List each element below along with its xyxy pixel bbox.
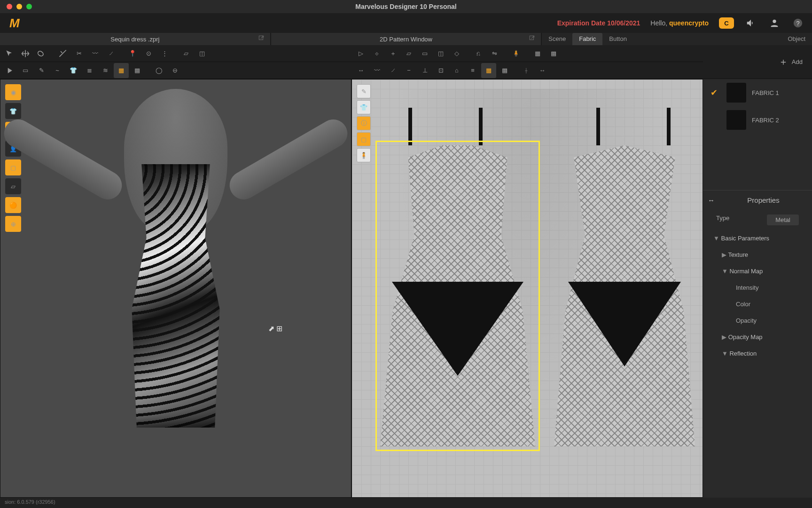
lasso-tool-icon[interactable] xyxy=(34,46,49,61)
section-normal-map[interactable]: Normal Map xyxy=(703,263,812,279)
texture-2d-icon[interactable]: ▦ xyxy=(481,63,496,78)
fabric-swatch[interactable] xyxy=(726,110,746,130)
show-internal-icon[interactable]: ▢ xyxy=(5,159,21,175)
checker-tool-icon[interactable]: ▩ xyxy=(130,63,145,78)
volume-icon[interactable] xyxy=(744,16,757,30)
tack-tool-icon[interactable]: ⊙ xyxy=(141,46,156,61)
show-basting-icon[interactable]: ▱ xyxy=(5,178,21,194)
segment-sewing-icon[interactable]: ✂ xyxy=(71,46,86,61)
internal-polygon-icon[interactable]: ◫ xyxy=(433,46,448,61)
iron-icon[interactable]: ⌂ xyxy=(449,63,464,78)
fabric-list-item[interactable]: ✔ FABRIC 1 xyxy=(703,79,812,106)
zoom-window-button[interactable] xyxy=(26,4,32,9)
viewport-3d-tab[interactable]: Sequin dress .zprj xyxy=(0,33,271,45)
toolbar-2d-row1: ▷ ⟐ ＋ ▱ ▭ ◫ ◇ ⎌ ⇋ 🧍 ▦ ▩ xyxy=(351,45,703,62)
pattern-display-icon[interactable]: ▢ xyxy=(357,132,371,146)
type-dropdown[interactable]: Metal xyxy=(767,214,799,225)
section-opacity-map[interactable]: Opacity Map xyxy=(703,329,812,345)
steam-tool-icon[interactable]: ≋ xyxy=(98,63,113,78)
strap-pattern[interactable] xyxy=(479,108,483,145)
buttonhole-tool-icon[interactable]: ⊖ xyxy=(167,63,182,78)
viewport-3d-sidebar: ◉ 👕 ✦ 👤 ▢ ▱ 🟠 ⊕ xyxy=(5,84,21,232)
avatar-silhouette-icon[interactable]: 🧍 xyxy=(357,148,371,162)
layer-tool-icon[interactable]: ≣ xyxy=(82,63,97,78)
rectangle-tool-icon[interactable]: ▭ xyxy=(417,46,432,61)
popout-icon[interactable] xyxy=(529,35,535,43)
section-basic-parameters[interactable]: Basic Parameters xyxy=(703,230,812,246)
fabric-swatch[interactable] xyxy=(726,83,746,103)
add-fabric-button[interactable]: Add xyxy=(792,58,803,65)
garment-tool-icon[interactable]: 👕 xyxy=(66,63,81,78)
strap-pattern[interactable] xyxy=(596,108,600,145)
sewing-tool-icon[interactable] xyxy=(55,46,70,61)
dart-tool-icon[interactable]: ◇ xyxy=(449,46,464,61)
button-tool-icon[interactable]: ◯ xyxy=(151,63,166,78)
edit-texture-2d-icon[interactable]: ✎ xyxy=(357,84,371,98)
avatar-2d-icon[interactable]: 🧍 xyxy=(508,46,523,61)
user-icon[interactable] xyxy=(768,16,781,30)
checker-2d-icon[interactable]: ▩ xyxy=(497,63,512,78)
grid2-tool-icon[interactable]: ▩ xyxy=(546,46,561,61)
garment-display-icon[interactable]: 👕 xyxy=(5,103,21,119)
info-icon[interactable]: ⓘ xyxy=(357,116,371,130)
viewport-2d[interactable]: ✎ 👕 ⓘ ▢ 🧍 xyxy=(351,79,703,498)
select-tool-icon[interactable] xyxy=(2,46,17,61)
symmetric-tool-icon[interactable]: ⇋ xyxy=(487,46,502,61)
texture-tool-icon[interactable]: ▦ xyxy=(114,63,129,78)
cursor-icon: ⬈ ⊞ xyxy=(268,324,282,333)
edit-pattern-icon[interactable]: ▷ xyxy=(353,46,368,61)
strap-pattern[interactable] xyxy=(408,108,412,145)
viewport-2d-tab[interactable]: 2D Pattern Window xyxy=(271,33,542,45)
segment-sewing-2d-icon[interactable]: ⟋ xyxy=(385,63,400,78)
garment-info-icon[interactable]: 👕 xyxy=(357,100,371,114)
pin-tool-icon[interactable]: 📍 xyxy=(125,46,140,61)
section-texture[interactable]: Texture xyxy=(703,246,812,263)
minimize-window-button[interactable] xyxy=(16,4,22,9)
mesh-brush-icon[interactable]: ✎ xyxy=(34,63,49,78)
toolbar-3d-row2: ▭ ✎ ~ 👕 ≣ ≋ ▦ ▩ ◯ ⊖ xyxy=(0,62,351,79)
tab-fabric[interactable]: Fabric xyxy=(572,33,602,45)
show-grid-icon[interactable]: ⊕ xyxy=(5,216,21,232)
smooth-brush-icon[interactable]: ~ xyxy=(50,63,65,78)
basting-tool-icon[interactable]: ⋮ xyxy=(157,46,172,61)
section-reflection[interactable]: Reflection xyxy=(703,345,812,362)
polygon-tool-icon[interactable]: ▱ xyxy=(401,46,416,61)
app-header: M Expiration Date 10/06/2021 Hello, quee… xyxy=(0,13,812,33)
help-icon[interactable]: ? xyxy=(791,16,804,30)
strap-pattern[interactable] xyxy=(667,108,671,145)
grid-tool-icon[interactable]: ▦ xyxy=(530,46,545,61)
close-window-button[interactable] xyxy=(7,4,12,9)
viewport-2d-sidebar: ✎ 👕 ⓘ ▢ 🧍 xyxy=(357,84,371,162)
simulate-icon[interactable] xyxy=(2,63,17,78)
popout-icon[interactable] xyxy=(258,35,265,43)
color-label: Color xyxy=(736,301,750,308)
ruler-icon[interactable]: ⟊ xyxy=(519,63,534,78)
edit-point-icon[interactable]: ⟐ xyxy=(369,46,384,61)
notch-icon[interactable]: ⊥ xyxy=(417,63,432,78)
fold-tool-icon[interactable]: ▱ xyxy=(179,46,194,61)
select-mesh-icon[interactable]: ▭ xyxy=(18,63,33,78)
move-tool-icon[interactable] xyxy=(18,46,33,61)
free-sewing-icon[interactable]: 〰 xyxy=(87,46,102,61)
sewing-edit-icon[interactable]: ⟋ xyxy=(103,46,118,61)
credits-badge[interactable]: C xyxy=(719,17,734,29)
show-avatar-skin-icon[interactable]: 🟠 xyxy=(5,197,21,213)
add-point-icon[interactable]: ＋ xyxy=(385,46,400,61)
trace-tool-icon[interactable]: ⎌ xyxy=(471,46,486,61)
tab-scene[interactable]: Scene xyxy=(542,33,572,45)
tab-object[interactable]: Object xyxy=(781,33,812,45)
surface-display-icon[interactable]: ◉ xyxy=(5,84,21,100)
edit-sewing-2d-icon[interactable]: 〰 xyxy=(369,63,384,78)
viewport-tabs-row: Sequin dress .zprj 2D Pattern Window Sce… xyxy=(0,33,812,45)
internal-line-2d-icon[interactable]: − xyxy=(401,63,416,78)
opacity-label: Opacity xyxy=(736,317,757,324)
seam-allow-icon[interactable]: ⊡ xyxy=(433,63,448,78)
tab-button[interactable]: Button xyxy=(602,33,633,45)
tape-icon[interactable]: ≡ xyxy=(465,63,480,78)
measure-icon[interactable]: ↔ xyxy=(535,63,550,78)
transform-2d-icon[interactable]: ↔ xyxy=(353,63,368,78)
viewport-3d[interactable]: ◉ 👕 ✦ 👤 ▢ ▱ 🟠 ⊕ ⬈ ⊞ xyxy=(0,79,351,498)
fabric-list-item[interactable]: FABRIC 2 xyxy=(703,106,812,134)
fold-arrange-icon[interactable]: ◫ xyxy=(195,46,210,61)
username: queencrypto xyxy=(669,19,709,27)
